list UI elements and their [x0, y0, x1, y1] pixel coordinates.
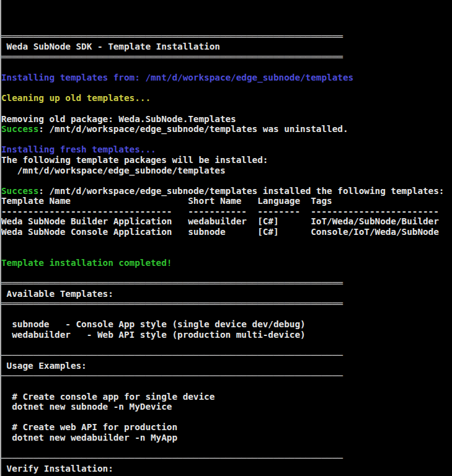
available-box-top-border: ════════════════════════════════════════…: [0, 278, 452, 289]
available-heading: Available Templates:: [0, 289, 452, 299]
blank-line: [0, 443, 452, 454]
table-row: Weda SubNode Console Application subnode…: [0, 227, 452, 237]
border-text-segment: ────────────────────────────────────────…: [1, 371, 343, 381]
foreground-text-segment: Weda SubNode Console Application subnode…: [1, 227, 439, 237]
table-header-row: Template Name Short Name Language Tags: [0, 196, 452, 206]
blue-text-segment: Installing templates from: /mnt/d/worksp…: [1, 73, 353, 82]
green-text-segment: Success: [1, 186, 38, 196]
removing-package-message: Removing old package: Weda.SubNode.Templ…: [0, 114, 452, 125]
blank-line: [0, 247, 452, 258]
packages-will-install-message: The following template packages will be …: [0, 155, 452, 165]
border-text-segment: ────────────────────────────────────────…: [1, 350, 343, 360]
foreground-text-segment: /mnt/d/workspace/edge_subnode/templates: [1, 165, 226, 175]
usage-comment: # Create web API for production: [0, 422, 452, 433]
installing-from-message: Installing templates from: /mnt/d/worksp…: [0, 73, 452, 83]
foreground-text-segment: : /mnt/d/workspace/edge_subnode/template…: [38, 124, 348, 134]
usage-command: dotnet new subnode -n MyDevice: [0, 402, 452, 412]
foreground-text-segment: # Create web API for production: [1, 422, 177, 432]
yellow-text-segment: Cleaning up old templates...: [1, 93, 151, 103]
available-item-subnode: subnode - Console App style (single devi…: [0, 319, 452, 330]
border-text-segment: ════════════════════════════════════════…: [1, 52, 343, 62]
blank-line: [0, 104, 452, 114]
table-separator-row: -------------------------------- -------…: [0, 206, 452, 217]
blank-line: [0, 340, 452, 351]
table-row: Weda SubNode Builder Application wedabui…: [0, 216, 452, 227]
foreground-text-segment: : /mnt/d/workspace/edge_subnode/template…: [38, 186, 444, 196]
green-text-segment: Success: [1, 124, 38, 134]
verify-heading: Verify Installation:: [0, 464, 452, 474]
usage-heading: Usage Examples:: [0, 361, 452, 371]
border-text-segment: ────────────────────────────────────────…: [1, 453, 343, 463]
blue-text-segment: Installing fresh templates...: [1, 144, 156, 154]
foreground-text-segment: Template Name Short Name Language Tags: [1, 196, 332, 206]
border-text-segment: ════════════════════════════════════════…: [1, 299, 343, 309]
terminal-screen[interactable]: ════════════════════════════════════════…: [0, 0, 452, 476]
available-item-wedabuilder: wedabuilder - Web API style (production …: [0, 330, 452, 340]
green-text-segment: Template installation completed!: [1, 258, 172, 268]
window-left-edge-line: [0, 0, 1, 476]
foreground-text-segment: The following template packages will be …: [1, 155, 268, 165]
foreground-text-segment: wedabuilder - Web API style (production …: [1, 330, 306, 340]
installing-fresh-message: Installing fresh templates...: [0, 144, 452, 155]
usage-top-border: ────────────────────────────────────────…: [0, 350, 452, 361]
package-path: /mnt/d/workspace/edge_subnode/templates: [0, 165, 452, 176]
blank-line: [0, 134, 452, 145]
border-text-segment: ════════════════════════════════════════…: [1, 278, 343, 288]
blank-line: [0, 83, 452, 94]
blank-line: [0, 412, 452, 423]
foreground-text-segment: dotnet new subnode -n MyDevice: [1, 402, 172, 412]
foreground-text-segment: Verify Installation:: [1, 464, 113, 474]
install-success-message: Success: /mnt/d/workspace/edge_subnode/t…: [0, 186, 452, 196]
terminal-output: ════════════════════════════════════════…: [0, 32, 452, 476]
foreground-text-segment: subnode - Console App style (single devi…: [1, 319, 306, 329]
border-text-segment: ────────────────────────────────────────…: [1, 474, 343, 476]
title-text: Weda SubNode SDK - Template Installation: [0, 42, 452, 52]
completed-message: Template installation completed!: [0, 258, 452, 268]
usage-bottom-border: ────────────────────────────────────────…: [0, 371, 452, 381]
cleaning-message: Cleaning up old templates...: [0, 93, 452, 104]
border-text-segment: ════════════════════════════════════════…: [1, 32, 343, 42]
title-box-bottom-border: ════════════════════════════════════════…: [0, 52, 452, 63]
foreground-text-segment: dotnet new wedabuilder -n MyApp: [1, 433, 177, 443]
foreground-text-segment: Usage Examples:: [1, 361, 87, 371]
foreground-text-segment: Weda SubNode SDK - Template Installation: [1, 42, 220, 51]
usage-comment: # Create console app for single device: [0, 392, 452, 402]
title-box-top-border: ════════════════════════════════════════…: [0, 32, 452, 42]
available-box-bottom-border: ════════════════════════════════════════…: [0, 299, 452, 309]
foreground-text-segment: -------------------------------- -------…: [1, 206, 439, 216]
foreground-text-segment: Removing old package: Weda.SubNode.Templ…: [1, 114, 236, 124]
foreground-text-segment: # Create console app for single device: [1, 392, 215, 402]
blank-line: [0, 237, 452, 248]
verify-top-border: ────────────────────────────────────────…: [0, 453, 452, 464]
verify-bottom-border: ────────────────────────────────────────…: [0, 474, 452, 476]
blank-line: [0, 63, 452, 73]
usage-command: dotnet new wedabuilder -n MyApp: [0, 433, 452, 443]
blank-line: [0, 381, 452, 392]
blank-line: [0, 268, 452, 278]
blank-line: [0, 175, 452, 186]
blank-line: [0, 309, 452, 320]
uninstall-success-message: Success: /mnt/d/workspace/edge_subnode/t…: [0, 124, 452, 134]
foreground-text-segment: Weda SubNode Builder Application wedabui…: [1, 216, 439, 226]
foreground-text-segment: Available Templates:: [1, 289, 113, 299]
